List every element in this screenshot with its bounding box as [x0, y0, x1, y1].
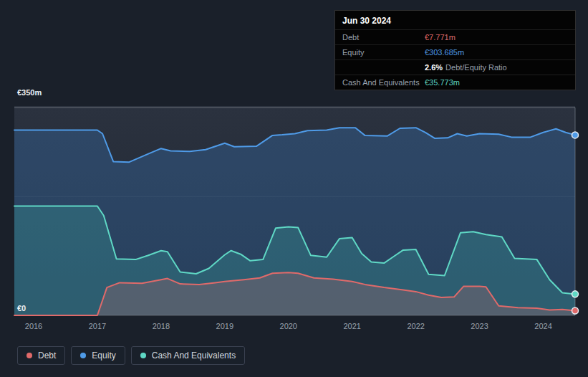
x-axis-label: 2021 [343, 322, 360, 330]
tooltip-cash-label: Cash And Equivalents [342, 78, 425, 87]
tooltip-debt-value: €7.771m [425, 33, 456, 42]
x-axis-label: 2019 [216, 322, 233, 330]
x-axis-label: 2016 [25, 322, 42, 330]
y-axis-min-label: €0 [17, 304, 26, 312]
equity-legend-dot-icon [80, 353, 86, 358]
tooltip-ratio-text: Debt/Equity Ratio [445, 63, 507, 72]
y-axis-max-label: €350m [17, 88, 42, 97]
tooltip-ratio-value: 2.6%Debt/Equity Ratio [425, 63, 507, 72]
legend-item-cash[interactable]: Cash And Equivalents [131, 346, 245, 365]
legend: Debt Equity Cash And Equivalents [17, 346, 245, 365]
legend-debt-label: Debt [38, 350, 56, 361]
tooltip-row-cash: Cash And Equivalents €35.773m [335, 75, 575, 90]
tooltip-row-debt: Debt €7.771m [335, 29, 575, 44]
tooltip-date: Jun 30 2024 [335, 11, 575, 29]
x-axis-label: 2020 [280, 322, 297, 330]
legend-item-equity[interactable]: Equity [71, 346, 125, 365]
tooltip-row-ratio: 2.6%Debt/Equity Ratio [335, 59, 575, 75]
x-axis-label: 2024 [534, 322, 551, 330]
tooltip-equity-value: €303.685m [425, 48, 464, 57]
tooltip-equity-label: Equity [342, 48, 425, 57]
tooltip-debt-label: Debt [342, 33, 425, 42]
legend-item-debt[interactable]: Debt [17, 346, 65, 365]
tooltip: Jun 30 2024 Debt €7.771m Equity €303.685… [334, 10, 576, 90]
tooltip-ratio-percent: 2.6% [425, 63, 443, 72]
cash-legend-dot-icon [140, 353, 146, 358]
chart-page: €350m €0 2016201720182019202020212022202… [0, 0, 588, 377]
chart-plot-area[interactable] [14, 106, 575, 315]
legend-cash-label: Cash And Equivalents [152, 350, 236, 361]
legend-equity-label: Equity [92, 350, 115, 361]
debt-legend-dot-icon [26, 353, 32, 358]
tooltip-cash-value: €35.773m [425, 78, 460, 87]
x-axis-label: 2017 [89, 322, 106, 330]
x-axis-label: 2018 [153, 322, 170, 330]
x-axis-label: 2022 [407, 322, 424, 330]
tooltip-row-equity: Equity €303.685m [335, 44, 575, 59]
x-axis-label: 2023 [471, 322, 488, 330]
